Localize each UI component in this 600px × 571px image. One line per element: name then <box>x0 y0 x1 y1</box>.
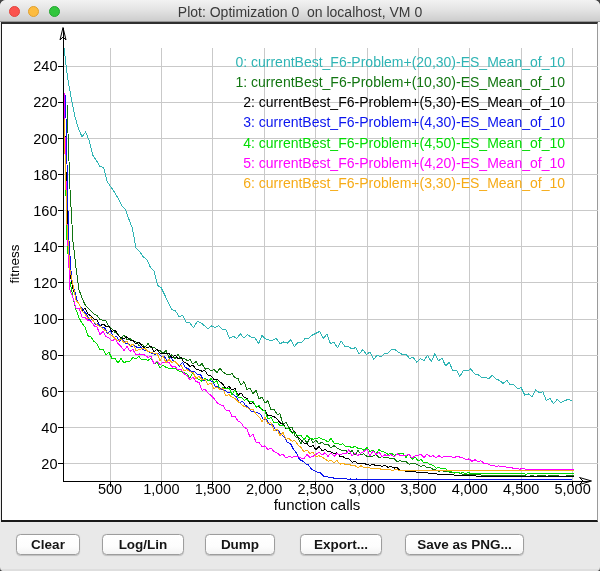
svg-text:1,500: 1,500 <box>195 481 231 497</box>
svg-text:4,000: 4,000 <box>452 481 488 497</box>
svg-text:1,000: 1,000 <box>143 481 179 497</box>
svg-text:160: 160 <box>33 203 57 219</box>
svg-text:40: 40 <box>41 420 57 436</box>
svg-text:3,000: 3,000 <box>349 481 385 497</box>
svg-text:140: 140 <box>33 239 57 255</box>
svg-text:4: currentBest_F6-Problem+(4,5: 4: currentBest_F6-Problem+(4,50)-ES_Mean… <box>243 135 565 151</box>
svg-text:120: 120 <box>33 275 57 291</box>
svg-text:2: currentBest_F6-Problem+(5,3: 2: currentBest_F6-Problem+(5,30)-ES_Mean… <box>243 94 565 110</box>
svg-text:180: 180 <box>33 167 57 183</box>
svg-text:5,000: 5,000 <box>554 481 590 497</box>
svg-text:2,000: 2,000 <box>246 481 282 497</box>
svg-text:200: 200 <box>33 131 57 147</box>
svg-text:20: 20 <box>41 456 57 472</box>
svg-text:80: 80 <box>41 347 57 363</box>
svg-text:0: currentBest_F6-Problem+(20,: 0: currentBest_F6-Problem+(20,30)-ES_Mea… <box>235 54 565 70</box>
svg-text:60: 60 <box>41 384 57 400</box>
svg-text:220: 220 <box>33 94 57 110</box>
svg-text:100: 100 <box>33 311 57 327</box>
svg-text:240: 240 <box>33 58 57 74</box>
svg-text:3,500: 3,500 <box>400 481 436 497</box>
svg-text:3: currentBest_F6-Problem+(4,3: 3: currentBest_F6-Problem+(4,30)-ES_Mean… <box>243 114 565 130</box>
svg-text:5: currentBest_F6-Problem+(4,2: 5: currentBest_F6-Problem+(4,20)-ES_Mean… <box>243 155 565 171</box>
svg-text:6: currentBest_F6-Problem+(3,3: 6: currentBest_F6-Problem+(3,30)-ES_Mean… <box>243 175 565 191</box>
svg-text:500: 500 <box>98 481 122 497</box>
svg-text:fitness: fitness <box>7 244 22 283</box>
svg-text:1: currentBest_F6-Problem+(10,: 1: currentBest_F6-Problem+(10,30)-ES_Mea… <box>235 74 565 90</box>
svg-text:4,500: 4,500 <box>503 481 539 497</box>
svg-text:function calls: function calls <box>274 496 361 513</box>
svg-text:2,500: 2,500 <box>297 481 333 497</box>
